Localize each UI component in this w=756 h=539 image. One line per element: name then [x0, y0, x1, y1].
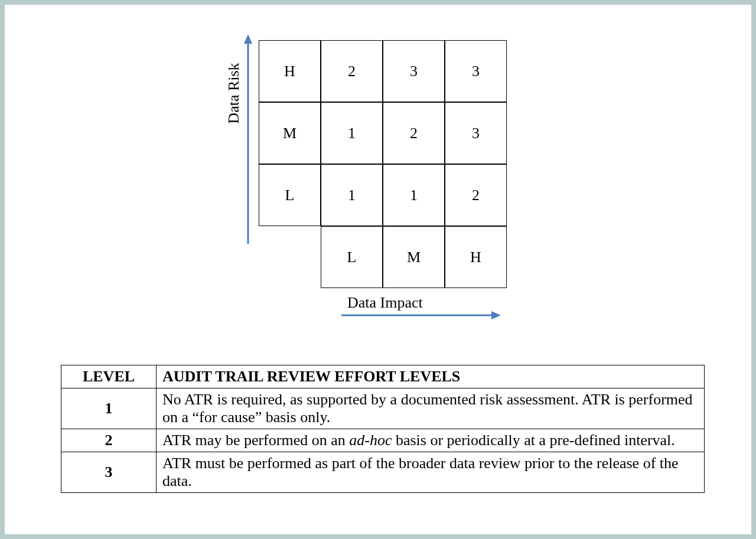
level-desc: No ATR is required, as supported by a do…	[157, 388, 705, 429]
figure-frame: Data Risk H 2 3 3 M 1 2 3 L 1 1 2 L M H	[0, 0, 756, 539]
text-italic: ad-hoc	[349, 432, 392, 449]
header-level: LEVEL	[61, 365, 157, 388]
y-axis-label: Data Risk	[225, 0, 243, 93]
y-level-H: H	[259, 40, 321, 102]
arrow-right-icon	[341, 311, 501, 320]
table-header-row: LEVEL AUDIT TRAIL REVIEW EFFORT LEVELS	[61, 365, 705, 388]
y-axis: Data Risk	[232, 34, 250, 244]
effort-levels-table: LEVEL AUDIT TRAIL REVIEW EFFORT LEVELS 1…	[61, 365, 705, 493]
matrix-cell: 1	[321, 102, 383, 164]
level-desc: ATR must be performed as part of the bro…	[157, 452, 705, 493]
text-fragment: basis or periodically at a pre-defined i…	[392, 432, 674, 449]
x-level-H: H	[445, 226, 507, 288]
text-fragment: ATR may be performed on an	[162, 432, 349, 449]
matrix-cell: 1	[383, 164, 445, 226]
header-desc: AUDIT TRAIL REVIEW EFFORT LEVELS	[157, 365, 705, 388]
matrix-cell: 1	[321, 164, 383, 226]
svg-marker-1	[244, 34, 252, 44]
matrix-cell: 3	[383, 40, 445, 102]
y-level-M: M	[259, 102, 321, 164]
x-axis-label: Data Impact	[347, 294, 423, 312]
risk-impact-matrix: Data Risk H 2 3 3 M 1 2 3 L 1 1 2 L M H	[211, 28, 566, 335]
matrix-cell: 3	[445, 102, 507, 164]
matrix-cell: 2	[383, 102, 445, 164]
matrix-cell: 3	[445, 40, 507, 102]
level-number: 2	[61, 429, 157, 452]
level-number: 3	[61, 452, 157, 493]
y-level-L: L	[259, 164, 321, 226]
arrow-up-icon	[244, 34, 252, 244]
table-row: 3 ATR must be performed as part of the b…	[61, 452, 705, 493]
x-level-L: L	[321, 226, 383, 288]
x-axis	[341, 311, 501, 320]
matrix-corner-empty	[259, 226, 321, 288]
level-number: 1	[61, 388, 157, 429]
matrix-cell: 2	[445, 164, 507, 226]
level-desc: ATR may be performed on an ad-hoc basis …	[157, 429, 705, 452]
matrix-grid: H 2 3 3 M 1 2 3 L 1 1 2 L M H	[259, 40, 507, 288]
table-row: 2 ATR may be performed on an ad-hoc basi…	[61, 429, 705, 452]
table-row: 1 No ATR is required, as supported by a …	[61, 388, 705, 429]
matrix-cell: 2	[321, 40, 383, 102]
svg-marker-3	[491, 311, 501, 319]
x-level-M: M	[383, 226, 445, 288]
